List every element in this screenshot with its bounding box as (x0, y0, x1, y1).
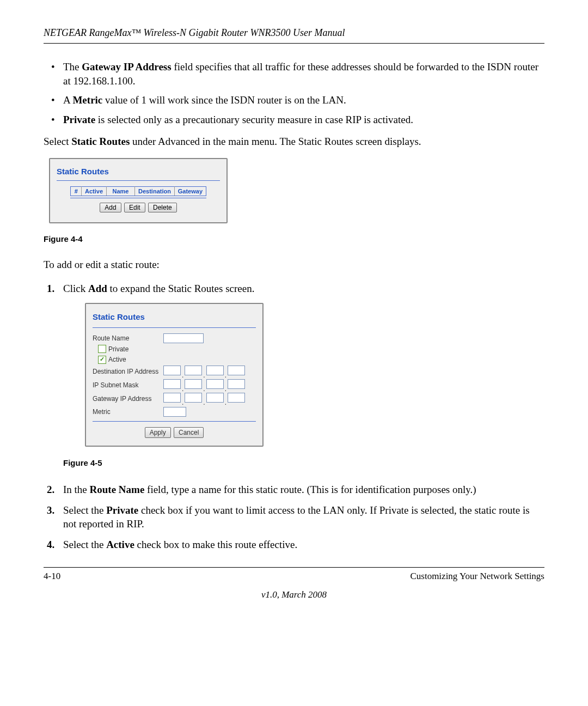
paragraph-select-static: Select Static Routes under Advanced in t… (44, 135, 544, 149)
dot: . (181, 372, 185, 379)
text: Select (44, 136, 71, 147)
apply-button[interactable]: Apply (145, 427, 171, 438)
metric-label: Metric (93, 407, 163, 416)
private-label: Private (108, 345, 128, 354)
route-name-label: Route Name (93, 334, 163, 343)
bold-term: Gateway IP Address (82, 61, 171, 72)
divider (93, 421, 256, 422)
col-name: Name (106, 187, 135, 196)
private-checkbox[interactable] (98, 345, 106, 353)
dest-ip-input-group: ... (163, 366, 245, 378)
ip-octet-input[interactable] (163, 393, 181, 403)
panel-title: Static Routes (93, 312, 256, 322)
steps-list: Click Add to expand the Static Routes sc… (44, 282, 544, 552)
text: The (63, 61, 82, 72)
static-routes-form-panel: Static Routes Route Name Private ✓ Activ… (85, 303, 264, 446)
divider (57, 180, 220, 181)
dot: . (202, 399, 206, 406)
bold-term: Active (106, 539, 134, 550)
ip-octet-input[interactable] (185, 379, 202, 389)
dot: . (202, 385, 206, 393)
text: is selected only as a precautionary secu… (95, 114, 413, 125)
active-checkbox[interactable]: ✓ (98, 356, 106, 364)
dest-ip-label: Destination IP Address (93, 367, 163, 376)
dot: . (224, 385, 228, 393)
version-line: v1.0, March 2008 (44, 589, 544, 600)
panel-title: Static Routes (57, 167, 220, 176)
dot: . (181, 399, 185, 406)
ip-octet-input[interactable] (185, 366, 202, 375)
figure-4-4-caption: Figure 4-4 (44, 234, 544, 244)
bold-term: Private (106, 504, 138, 516)
bold-term: Static Routes (71, 136, 130, 147)
bullet-list: The Gateway IP Address field specifies t… (44, 60, 544, 127)
routes-table: # Active Name Destination Gateway (70, 186, 206, 196)
dot: . (224, 399, 228, 406)
ip-octet-input[interactable] (163, 366, 181, 375)
text: value of 1 will work since the ISDN rout… (102, 94, 346, 106)
ip-octet-input[interactable] (206, 379, 224, 389)
subnet-input-group: ... (163, 379, 245, 391)
col-active: Active (82, 187, 106, 196)
divider (70, 198, 206, 198)
text: Click (63, 283, 88, 294)
dot: . (202, 372, 206, 379)
text: In the (63, 484, 90, 495)
text: A (63, 94, 72, 106)
bullet-1: The Gateway IP Address field specifies t… (63, 60, 544, 88)
metric-input[interactable] (163, 407, 186, 417)
ip-octet-input[interactable] (163, 379, 181, 389)
text: field, type a name for this static route… (144, 484, 476, 495)
step-2: In the Route Name field, type a name for… (63, 483, 544, 497)
text: under Advanced in the main menu. The Sta… (130, 136, 421, 147)
gateway-ip-label: Gateway IP Address (93, 394, 163, 403)
ip-octet-input[interactable] (206, 393, 224, 403)
bold-term: Route Name (90, 484, 145, 495)
active-label: Active (108, 355, 126, 364)
ip-octet-input[interactable] (185, 393, 202, 403)
bold-term: Add (88, 283, 107, 294)
step-4: Select the Active check box to make this… (63, 538, 544, 552)
bullet-3: Private is selected only as a precaution… (63, 113, 544, 127)
ip-octet-input[interactable] (206, 366, 224, 375)
edit-button[interactable]: Edit (124, 203, 145, 212)
step-3: Select the Private check box if you want… (63, 503, 544, 531)
divider (93, 327, 256, 328)
bullet-2: A Metric value of 1 will work since the … (63, 93, 544, 107)
delete-button[interactable]: Delete (148, 203, 177, 212)
bold-term: Metric (72, 94, 102, 106)
step-1: Click Add to expand the Static Routes sc… (63, 282, 544, 468)
bold-term: Private (63, 114, 95, 125)
dot: . (224, 372, 228, 379)
cancel-button[interactable]: Cancel (174, 427, 204, 438)
route-name-input[interactable] (163, 333, 204, 343)
text: to expand the Static Routes screen. (107, 283, 255, 294)
ip-octet-input[interactable] (228, 379, 245, 389)
figure-4-5-caption: Figure 4-5 (63, 458, 544, 468)
col-destination: Destination (135, 187, 175, 196)
col-gateway: Gateway (174, 187, 206, 196)
text: check box to make this route effective. (134, 539, 297, 550)
text: Select the (63, 504, 106, 516)
ip-octet-input[interactable] (228, 393, 245, 403)
text: Select the (63, 539, 106, 550)
ip-octet-input[interactable] (228, 366, 245, 375)
gateway-ip-input-group: ... (163, 393, 245, 405)
paragraph-add-edit: To add or edit a static route: (44, 258, 544, 272)
col-number: # (71, 187, 82, 196)
page-footer: 4-10 Customizing Your Network Settings (44, 567, 544, 582)
page-header: NETGEAR RangeMax™ Wireless-N Gigabit Rou… (44, 27, 544, 44)
subnet-label: IP Subnet Mask (93, 381, 163, 389)
page-number: 4-10 (44, 571, 60, 582)
add-button[interactable]: Add (100, 203, 121, 212)
static-routes-list-panel: Static Routes # Active Name Destination … (49, 158, 228, 223)
section-name: Customizing Your Network Settings (410, 571, 544, 582)
dot: . (181, 385, 185, 393)
